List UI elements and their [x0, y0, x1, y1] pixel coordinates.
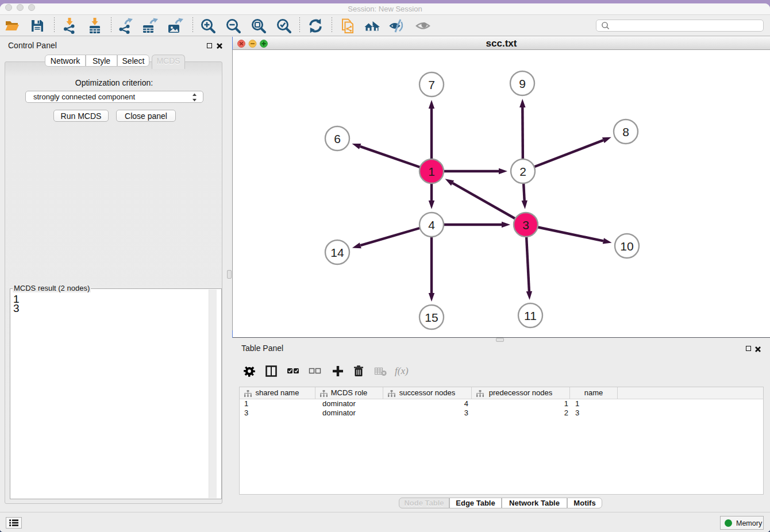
svg-text:1: 1 — [428, 165, 435, 178]
svg-text:4: 4 — [428, 218, 435, 232]
svg-text:9: 9 — [519, 77, 526, 90]
svg-text:2: 2 — [519, 165, 526, 178]
svg-text:14: 14 — [330, 246, 344, 259]
svg-text:15: 15 — [425, 311, 438, 324]
svg-text:6: 6 — [334, 132, 341, 145]
svg-text:3: 3 — [522, 218, 529, 232]
svg-text:10: 10 — [620, 240, 633, 253]
svg-text:7: 7 — [428, 78, 435, 91]
svg-text:11: 11 — [524, 309, 537, 322]
svg-text:8: 8 — [622, 125, 629, 138]
